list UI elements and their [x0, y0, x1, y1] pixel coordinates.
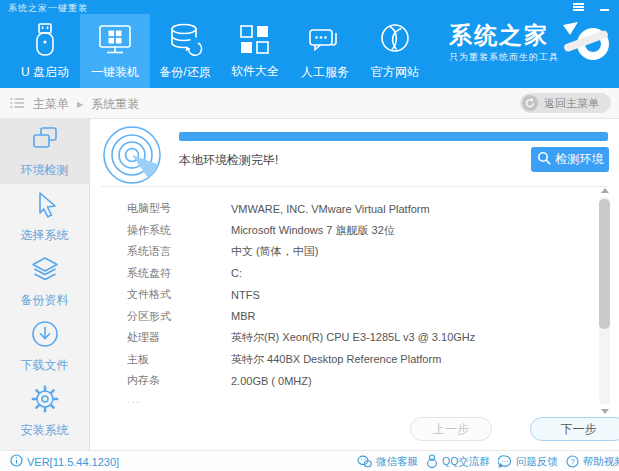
download-icon [30, 319, 60, 352]
radar-scan-icon [101, 124, 163, 190]
scrollbar-thumb[interactable] [599, 199, 610, 329]
row-label: 操作系统 [127, 223, 231, 238]
row-label: 分区形式 [127, 309, 231, 324]
titlebar: 系统之家一键重装 [0, 0, 619, 14]
toolbar-item-backup-restore[interactable]: 备份/还原 [150, 14, 220, 88]
table-row: 操作系统Microsoft Windows 7 旗舰版 32位 [127, 220, 475, 242]
sidebar-item-select-system[interactable]: 选择系统 [0, 184, 89, 249]
env-detect-icon [30, 124, 60, 157]
table-row: 内存条2.00GB ( 0MHZ) [127, 370, 475, 392]
previous-step-button[interactable]: 上一步 [410, 417, 492, 441]
toolbar-item-usb-boot[interactable]: U 盘启动 [10, 14, 80, 88]
scroll-up-arrow[interactable] [601, 188, 609, 193]
table-row: 电脑型号VMWARE, INC. VMware Virtual Platform [127, 198, 475, 220]
brand-slogan: 只为重装系统而生的工具 [449, 51, 559, 64]
cursor-icon [30, 189, 60, 222]
brand-logo: 系统之家 只为重装系统而生的工具 [449, 19, 617, 69]
toolbar-item-website[interactable]: 官方网站 [360, 14, 430, 88]
footer-link-label: QQ交流群 [442, 455, 490, 469]
detect-button-label: 检测环境 [556, 151, 604, 168]
sidebar-item-install-system[interactable]: 安装系统 [0, 379, 89, 444]
search-icon [537, 151, 551, 168]
sidebar-item-label: 备份资料 [21, 292, 69, 309]
table-row: 系统盘符C: [127, 263, 475, 285]
toolbar-item-label: 人工服务 [301, 64, 349, 81]
brand-name: 系统之家 [449, 24, 559, 47]
minimize-icon[interactable] [600, 3, 609, 11]
toolbar-item-software[interactable]: 软件大全 [220, 14, 290, 88]
row-value: C: [231, 267, 242, 279]
qq-group-link[interactable]: QQ交流群 [426, 454, 490, 470]
sidebar-item-label: 下载文件 [21, 357, 69, 374]
row-value: 英特尔(R) Xeon(R) CPU E3-1285L v3 @ 3.10GHz [231, 330, 475, 345]
back-button-label: 返回主菜单 [544, 96, 599, 111]
breadcrumb-bar: 主菜单 ▶ 系统重装 返回主菜单 [0, 88, 619, 119]
next-step-button[interactable]: 下一步 [530, 417, 619, 441]
back-to-main-menu-button[interactable]: 返回主菜单 [520, 93, 611, 113]
row-label: 内存条 [127, 373, 231, 388]
svg-text:?: ? [570, 457, 574, 466]
breadcrumb-root[interactable]: 主菜单 [33, 96, 69, 113]
toolbar-item-label: 备份/还原 [159, 64, 210, 81]
table-row: 处理器英特尔(R) Xeon(R) CPU E3-1285L v3 @ 3.10… [127, 327, 475, 349]
menu-icon[interactable] [573, 3, 584, 11]
row-value: 中文 (简体，中国) [231, 244, 318, 259]
row-label: 主板 [127, 352, 231, 367]
toolbar-item-label: 软件大全 [231, 63, 279, 80]
row-value: 英特尔 440BX Desktop Reference Platform [231, 352, 441, 367]
row-label: 文件格式 [127, 287, 231, 302]
detection-progress-bar [179, 132, 608, 141]
content-panel: 本地环境检测完毕! 检测环境 电脑型号VMWARE, INC. VMware V… [91, 119, 619, 450]
breadcrumb-separator-icon: ▶ [77, 100, 83, 109]
brand-swoosh-icon [561, 19, 617, 69]
qq-penguin-icon [426, 454, 438, 470]
system-info-table: 电脑型号VMWARE, INC. VMware Virtual Platform… [127, 198, 475, 405]
footer-bar: VER[11.5.44.1230] 微信客服 [0, 450, 619, 471]
help-video-link[interactable]: ? 帮助视频 [566, 454, 619, 470]
back-arrow-icon [522, 95, 538, 111]
toolbar-item-label: U 盘启动 [21, 64, 69, 81]
globe-icon [376, 21, 414, 59]
version-label: VER[11.5.44.1230] [27, 456, 119, 468]
info-icon [10, 454, 23, 469]
footer-links: 微信客服 QQ交流群 [357, 454, 619, 470]
wechat-icon [357, 455, 372, 470]
row-label: 处理器 [127, 330, 231, 345]
feedback-link[interactable]: 问题反馈 [498, 454, 558, 470]
header-separator [101, 186, 609, 187]
toolbar-item-label: 官方网站 [371, 64, 419, 81]
usb-drive-icon [26, 21, 64, 59]
step-sidebar: 环境检测 选择系统 备份资料 [0, 119, 90, 450]
table-row: 系统语言中文 (简体，中国) [127, 241, 475, 263]
version-info: VER[11.5.44.1230] [10, 454, 119, 469]
more-rows-indicator: ... [127, 394, 475, 405]
row-label: 电脑型号 [127, 201, 231, 216]
wechat-support-link[interactable]: 微信客服 [357, 454, 418, 470]
four-squares-icon [237, 22, 273, 58]
sidebar-item-label: 环境检测 [21, 162, 69, 179]
table-row: 分区形式MBR [127, 306, 475, 328]
sidebar-item-env-detect[interactable]: 环境检测 [0, 119, 89, 184]
scroll-down-arrow[interactable] [601, 409, 609, 414]
row-label: 系统语言 [127, 244, 231, 259]
toolbar-item-support[interactable]: 人工服务 [290, 14, 360, 88]
footer-link-label: 帮助视频 [583, 455, 619, 469]
footer-link-label: 问题反馈 [516, 455, 558, 469]
row-value: VMWARE, INC. VMware Virtual Platform [231, 203, 430, 215]
row-label: 系统盘符 [127, 266, 231, 281]
row-value: NTFS [231, 289, 260, 301]
help-icon: ? [566, 455, 579, 470]
breadcrumb: 主菜单 ▶ 系统重装 [10, 96, 139, 113]
sidebar-item-label: 安装系统 [21, 422, 69, 439]
layers-icon [30, 254, 60, 287]
app-window: 系统之家一键重装 U 盘启动 [0, 0, 619, 471]
sidebar-item-backup-data[interactable]: 备份资料 [0, 249, 89, 314]
list-icon [10, 97, 25, 112]
detect-environment-button[interactable]: 检测环境 [531, 147, 609, 172]
footer-link-label: 微信客服 [376, 455, 418, 469]
monitor-windows-icon [96, 21, 134, 59]
vertical-scrollbar [599, 188, 610, 414]
toolbar-item-one-click-install[interactable]: 一键装机 [80, 14, 150, 88]
sidebar-item-download-files[interactable]: 下载文件 [0, 314, 89, 379]
toolbar-item-label: 一键装机 [91, 64, 139, 81]
